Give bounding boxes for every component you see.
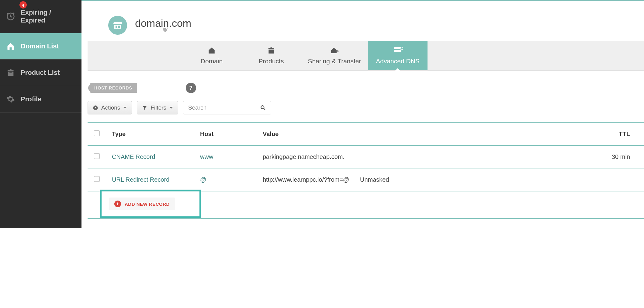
sidebar-item-domain-list[interactable]: Domain List	[0, 33, 81, 60]
box-icon	[6, 68, 15, 77]
col-header-type: Type	[112, 131, 200, 138]
dns-icon	[393, 47, 402, 55]
sidebar-item-expiring[interactable]: Expiring / Expired 4	[0, 0, 81, 33]
sidebar-item-label: Profile	[21, 95, 41, 103]
host-records-label: HOST RECORDS	[88, 83, 137, 93]
cell-ttl[interactable]: 30 min	[415, 153, 638, 160]
filters-button[interactable]: Filters	[137, 101, 178, 114]
add-record-highlight: + ADD NEW RECORD	[100, 190, 201, 218]
home-icon	[207, 47, 216, 55]
play-circle-icon	[93, 105, 98, 110]
sidebar-item-label: Expiring / Expired	[21, 9, 75, 24]
col-header-value: Value	[263, 131, 360, 138]
cell-host[interactable]: @	[200, 176, 263, 183]
row-checkbox[interactable]	[94, 176, 100, 182]
home-icon	[6, 42, 15, 51]
search-icon	[260, 105, 266, 111]
cell-value[interactable]: parkingpage.namecheap.com.	[263, 153, 360, 160]
transfer-icon	[330, 47, 339, 55]
toolbar: Actions Filters	[88, 101, 644, 114]
sidebar-item-product-list[interactable]: Product List	[0, 60, 81, 86]
help-icon[interactable]: ?	[186, 83, 196, 93]
row-checkbox[interactable]	[94, 153, 100, 159]
tab-sharing-transfer[interactable]: Sharing & Transfer	[301, 41, 368, 70]
main-content: domain.com + Domain Products Sharing & T…	[81, 0, 644, 228]
search-box[interactable]	[183, 101, 271, 114]
table-header-row: Type Host Value TTL	[88, 123, 644, 146]
plus-icon: +	[114, 201, 121, 207]
sidebar: Expiring / Expired 4 Domain List Product…	[0, 0, 81, 228]
svg-rect-5	[394, 50, 401, 52]
cell-type[interactable]: CNAME Record	[112, 153, 200, 160]
add-new-record-button[interactable]: + ADD NEW RECORD	[109, 198, 175, 210]
chevron-down-icon	[169, 107, 173, 110]
expiring-badge: 4	[19, 1, 27, 9]
table-row[interactable]: CNAME Record www parkingpage.namecheap.c…	[88, 146, 644, 169]
select-all-checkbox[interactable]	[94, 130, 100, 136]
clock-icon	[6, 12, 15, 21]
table-row[interactable]: URL Redirect Record @ http://www.learnpp…	[88, 169, 644, 191]
col-header-host: Host	[200, 131, 263, 138]
actions-button[interactable]: Actions	[88, 101, 132, 114]
tab-products[interactable]: Products	[241, 41, 301, 70]
cell-mask: Unmasked	[360, 176, 415, 183]
svg-text:+: +	[167, 27, 168, 30]
tab-domain[interactable]: Domain	[182, 41, 241, 70]
filter-icon	[142, 105, 147, 110]
store-icon	[108, 16, 127, 35]
svg-rect-1	[116, 26, 117, 28]
svg-rect-2	[118, 26, 120, 28]
tab-advanced-dns[interactable]: Advanced DNS	[368, 41, 428, 70]
domain-header: domain.com +	[88, 1, 644, 41]
gear-icon	[6, 95, 15, 104]
svg-point-9	[261, 106, 264, 109]
cell-value[interactable]: http://www.learnppc.io/?from=@	[263, 176, 360, 183]
cell-type[interactable]: URL Redirect Record	[112, 176, 200, 183]
chevron-down-icon	[123, 107, 127, 110]
svg-point-7	[401, 47, 403, 50]
cell-host[interactable]: www	[200, 153, 263, 160]
sidebar-item-label: Domain List	[21, 42, 59, 50]
sidebar-item-label: Product List	[21, 69, 60, 77]
host-records-table: Type Host Value TTL CNAME Record www par…	[88, 122, 644, 219]
tabs: Domain Products Sharing & Transfer Advan…	[88, 41, 644, 71]
box-icon	[267, 47, 275, 55]
col-header-ttl: TTL	[415, 131, 638, 138]
search-input[interactable]	[188, 104, 249, 111]
sidebar-item-profile[interactable]: Profile	[0, 86, 81, 113]
